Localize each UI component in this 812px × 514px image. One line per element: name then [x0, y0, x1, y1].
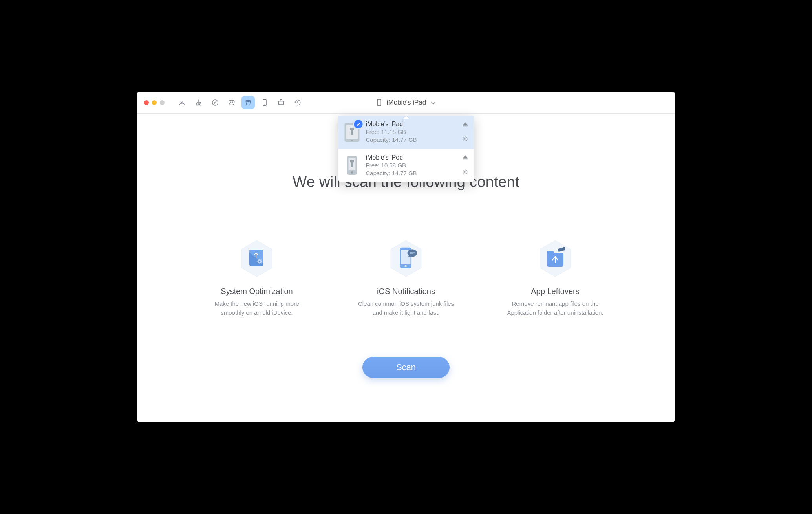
device-name: iMobie's iPad	[366, 121, 457, 128]
safari-icon[interactable]	[208, 96, 222, 109]
chevron-down-icon	[431, 99, 435, 106]
device-dropdown: iMobie's iPad Free: 11.18 GB Capacity: 1…	[338, 116, 474, 182]
system-optimization-icon	[240, 239, 274, 278]
card-desc: Clean common iOS system junk files and m…	[355, 299, 457, 318]
ios-notifications-icon	[389, 239, 423, 278]
minimize-window-icon[interactable]	[152, 100, 157, 105]
svg-point-36	[558, 249, 561, 251]
svg-rect-13	[351, 129, 353, 135]
eject-icon[interactable]	[463, 121, 468, 129]
gear-icon[interactable]	[463, 169, 468, 176]
maximize-window-icon[interactable]	[160, 100, 165, 105]
card-ios-notifications: iOS Notifications Clean common iOS syste…	[355, 239, 457, 318]
card-app-leftovers: App Leftovers Remove remnant app files o…	[504, 239, 606, 318]
history-icon[interactable]	[291, 96, 304, 109]
svg-point-27	[259, 261, 261, 263]
device-info: iMobie's iPad Free: 11.18 GB Capacity: 1…	[366, 121, 457, 144]
svg-rect-16	[463, 125, 467, 126]
close-window-icon[interactable]	[144, 100, 149, 105]
device-actions	[463, 154, 468, 176]
window-controls	[144, 100, 165, 105]
device-free: Free: 11.18 GB	[366, 128, 457, 136]
phone-device-icon[interactable]	[258, 96, 271, 109]
toolbar-modules	[176, 96, 304, 109]
device-capacity: Capacity: 14.77 GB	[366, 169, 457, 177]
svg-point-17	[465, 138, 466, 140]
junk-bucket-icon[interactable]	[241, 96, 255, 109]
svg-point-2	[230, 102, 231, 103]
privacy-mask-icon[interactable]	[225, 96, 238, 109]
svg-rect-21	[350, 160, 354, 162]
svg-point-31	[404, 265, 406, 267]
feature-cards: System Optimization Make the new iOS run…	[137, 239, 675, 318]
eject-icon[interactable]	[463, 154, 468, 162]
app-leftovers-icon	[538, 239, 572, 278]
svg-rect-34	[410, 253, 413, 254]
svg-point-1	[212, 99, 218, 105]
device-selector-label: iMobie's iPad	[387, 99, 426, 106]
toolbar: iMobie's iPad	[137, 92, 675, 114]
svg-point-22	[351, 171, 353, 174]
app-window: iMobie's iPad iMobie's iPad Free: 11.18 …	[137, 92, 675, 422]
card-desc: Make the new iOS running more smoothly o…	[206, 299, 308, 318]
device-dropdown-item-ipad[interactable]: iMobie's iPad Free: 11.18 GB Capacity: 1…	[338, 116, 474, 149]
device-name: iMobie's iPod	[366, 154, 457, 161]
device-selector[interactable]: iMobie's iPad	[377, 99, 436, 106]
ipad-icon	[344, 122, 360, 143]
svg-point-32	[408, 249, 417, 257]
gear-icon[interactable]	[463, 136, 468, 143]
svg-rect-14	[350, 128, 354, 130]
svg-rect-33	[410, 252, 415, 253]
card-desc: Remove remnant app files on the Applicat…	[504, 299, 606, 318]
card-title: App Leftovers	[504, 287, 606, 296]
device-info: iMobie's iPod Free: 10.58 GB Capacity: 1…	[366, 154, 457, 178]
svg-rect-20	[351, 162, 353, 167]
scan-button[interactable]: Scan	[362, 357, 450, 378]
card-system-optimization: System Optimization Make the new iOS run…	[206, 239, 308, 318]
device-capacity: Capacity: 14.77 GB	[366, 136, 457, 144]
toolbox-icon[interactable]	[274, 96, 288, 109]
card-title: System Optimization	[206, 287, 308, 296]
ipod-icon	[344, 155, 360, 176]
device-icon	[377, 99, 382, 106]
svg-point-15	[351, 140, 353, 141]
airdrop-icon[interactable]	[176, 96, 189, 109]
check-selected-icon	[354, 120, 363, 128]
device-free: Free: 10.58 GB	[366, 162, 457, 169]
broom-icon[interactable]	[192, 96, 205, 109]
svg-point-24	[465, 171, 466, 173]
svg-rect-9	[377, 99, 381, 106]
device-dropdown-item-ipod[interactable]: iMobie's iPod Free: 10.58 GB Capacity: 1…	[338, 149, 474, 182]
svg-rect-23	[463, 159, 467, 160]
card-title: iOS Notifications	[355, 287, 457, 296]
device-actions	[463, 121, 468, 143]
svg-point-3	[232, 102, 233, 103]
